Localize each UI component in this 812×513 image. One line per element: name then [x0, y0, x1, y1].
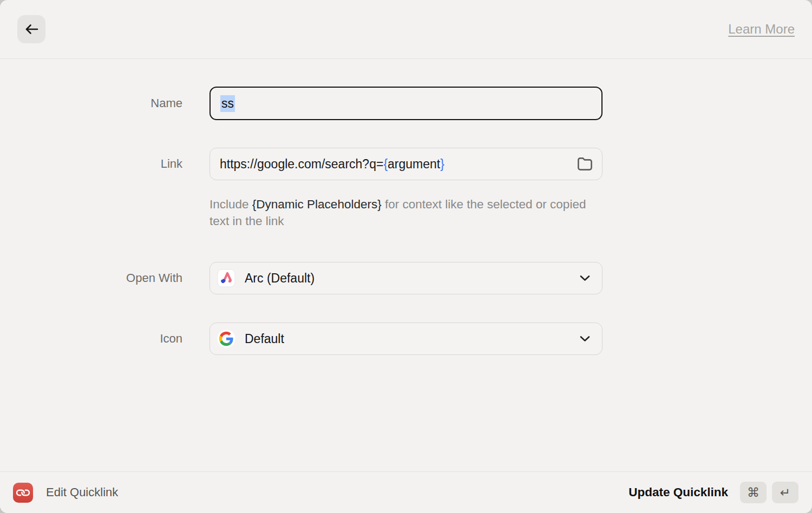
- link-hint-text: Include {Dynamic Placeholders} for conte…: [209, 196, 603, 229]
- header: Learn More: [0, 0, 812, 59]
- name-input-value: ss: [220, 95, 235, 112]
- arrow-left-icon: [24, 23, 39, 36]
- icon-dropdown[interactable]: Default: [209, 323, 603, 355]
- quicklink-form: Name ss Link https://google.com/search?q…: [0, 59, 812, 355]
- name-input[interactable]: ss: [209, 87, 603, 120]
- open-with-row: Open With Arc (Default): [0, 262, 812, 294]
- folder-icon: [577, 156, 593, 172]
- open-with-value: Arc (Default): [245, 271, 315, 286]
- chevron-down-icon: [580, 336, 590, 342]
- return-key-icon: ↵: [772, 482, 798, 503]
- back-button[interactable]: [17, 15, 45, 43]
- brace-close: }: [440, 157, 444, 171]
- icon-label: Icon: [0, 332, 182, 346]
- brace-open: {: [383, 157, 388, 171]
- footer-primary-action: Update Quicklink ⌘ ↵: [628, 482, 798, 503]
- update-quicklink-button[interactable]: Update Quicklink: [628, 485, 728, 499]
- footer-action-bar: Edit Quicklink Update Quicklink ⌘ ↵: [0, 471, 812, 513]
- edit-quicklink-window: Learn More Name ss Link https://google.c…: [0, 0, 812, 513]
- link-hint-row: Include {Dynamic Placeholders} for conte…: [0, 196, 812, 229]
- name-row: Name ss: [0, 87, 812, 120]
- chevron-down-icon: [580, 275, 590, 281]
- quicklink-icon: [13, 483, 33, 503]
- open-with-label: Open With: [0, 271, 182, 285]
- cmd-key-icon: ⌘: [740, 482, 767, 503]
- arc-browser-icon: [217, 269, 235, 287]
- learn-more-link[interactable]: Learn More: [728, 22, 795, 37]
- icon-row: Icon Default: [0, 323, 812, 355]
- open-with-dropdown[interactable]: Arc (Default): [209, 262, 603, 294]
- icon-value: Default: [245, 332, 284, 346]
- link-input-value: https://google.com/search?q={argument}: [220, 157, 444, 172]
- footer-context-label: Edit Quicklink: [46, 485, 118, 499]
- link-row: Link https://google.com/search?q={argume…: [0, 148, 812, 180]
- google-icon: [217, 330, 235, 348]
- folder-picker-button[interactable]: [577, 156, 593, 172]
- dynamic-placeholders-token: {Dynamic Placeholders}: [252, 198, 382, 211]
- link-label: Link: [0, 157, 182, 171]
- name-label: Name: [0, 96, 182, 110]
- link-input[interactable]: https://google.com/search?q={argument}: [209, 148, 603, 180]
